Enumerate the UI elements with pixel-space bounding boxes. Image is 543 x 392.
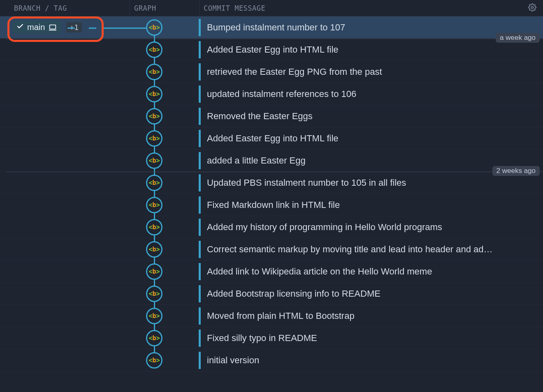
commit-list: main+1<b>Bumped instalment number to 107… [0,16,543,371]
commit-message-text: Removed the Easter Eggs [207,111,313,122]
commit-message-cell: updated instalment references to 106 [199,85,543,103]
commit-message-cell: Added my history of programming in Hello… [199,219,543,236]
commit-message-cell: Updated PBS instalment number to 105 in … [199,174,543,191]
time-divider-label: 2 weeks ago [492,166,540,176]
commit-node-icon: <b> [146,86,162,102]
commit-node-icon: <b> [146,263,162,280]
commit-node-icon: <b> [146,108,162,125]
commit-row[interactable]: <b>Added link to Wikipedia article on th… [0,261,543,283]
commit-node-icon: <b> [146,130,162,147]
column-header-row: BRANCH / TAG GRAPH COMMIT MESSAGE [0,0,543,16]
commit-message-cell: Fixed Markdown link in HTML file [199,196,543,214]
commit-row[interactable]: <b>added a little Easter Egg [0,150,543,172]
commit-message-text: Correct semantic markup by moving title … [207,244,493,255]
commit-node-icon: <b> [146,219,162,235]
commit-accent-bar [199,85,201,103]
graph-cell: <b> [130,194,199,216]
commit-row[interactable]: <b>Moved from plain HTML to Bootstrap [0,305,543,327]
svg-rect-1 [50,25,56,29]
graph-cell: <b> [130,305,199,327]
commit-message-text: updated instalment references to 106 [207,89,356,99]
commit-row[interactable]: <b>updated instalment references to 106 [0,83,543,105]
commit-message-text: Fixed Markdown link in HTML file [207,200,340,210]
commit-accent-bar [199,174,201,191]
commit-message-text: Added link to Wikipedia article on the H… [207,266,432,277]
commit-node-icon: <b> [146,330,162,346]
commit-message-cell: retrieved the Easter Egg PNG from the pa… [199,63,543,81]
commit-node-icon: <b> [146,197,162,213]
commit-row[interactable]: <b>Fixed silly typo in README [0,327,543,349]
commit-message-text: Added Bootstrap licensing info to README [207,288,381,299]
commit-row[interactable]: <b>Fixed Markdown link in HTML file [0,194,543,216]
header-branch-tag: BRANCH / TAG [0,4,130,12]
commit-node-icon: <b> [146,352,162,369]
commit-accent-bar [199,330,201,347]
header-graph: GRAPH [130,4,199,12]
commit-row[interactable]: <b>Added Easter Egg into HTML file [0,127,543,150]
commit-accent-bar [199,130,201,147]
time-divider-label: a week ago [496,33,540,43]
graph-cell: <b> [130,216,199,238]
commit-accent-bar [199,19,201,36]
commit-accent-bar [199,241,201,258]
commit-message-text: retrieved the Easter Egg PNG from the pa… [207,67,382,77]
commit-row[interactable]: <b>initial version [0,349,543,371]
commit-message-cell: Bumped instalment number to 107 [199,19,543,36]
graph-cell: <b> [130,105,199,127]
commit-accent-bar [199,63,201,81]
graph-cell: <b> [130,349,199,371]
commit-row[interactable]: <b>Removed the Easter Eggs [0,105,543,127]
graph-cell: <b> [130,150,199,172]
commit-accent-bar [199,152,201,169]
graph-cell: <b> [130,327,199,349]
header-commit-message: COMMIT MESSAGE [200,4,543,12]
commit-message-text: Bumped instalment number to 107 [207,22,345,33]
commit-row[interactable]: main+1<b>Bumped instalment number to 107 [0,16,543,39]
branch-pill-main[interactable]: main [12,21,61,34]
graph-cell: <b> [130,238,199,261]
commit-node-icon: <b> [146,241,162,258]
commit-message-text: Added Easter Egg into HTML file [207,133,339,144]
commit-row[interactable]: <b>Added Easter Egg into HTML file [0,39,543,61]
commit-row[interactable]: <b>Added my history of programming in He… [0,216,543,238]
time-divider-line [6,39,543,39]
graph-cell: <b> [130,283,199,305]
commit-message-text: initial version [207,355,259,366]
commit-message-cell: Added Bootstrap licensing info to README [199,285,543,302]
commit-message-cell: Moved from plain HTML to Bootstrap [199,307,543,325]
commit-accent-bar [199,352,201,369]
commit-message-text: Fixed silly typo in README [207,333,317,344]
commit-message-cell: Added Easter Egg into HTML file [199,41,543,58]
graph-connector [102,28,148,29]
commit-accent-bar [199,307,201,325]
commit-message-text: Moved from plain HTML to Bootstrap [207,311,355,321]
commit-row[interactable]: <b>Updated PBS instalment number to 105 … [0,172,543,194]
commit-message-cell: Added Easter Egg into HTML file [199,130,543,147]
graph-cell: <b> [130,61,199,83]
graph-connector [89,28,96,29]
commit-accent-bar [199,196,201,214]
commit-node-icon: <b> [146,19,162,36]
graph-cell: <b> [130,261,199,283]
graph-cell: <b> [130,39,199,61]
commit-accent-bar [199,263,201,280]
graph-connector [67,28,75,29]
commit-message-cell: Added link to Wikipedia article on the H… [199,263,543,280]
graph-cell: <b> [130,83,199,105]
commit-row[interactable]: <b>retrieved the Easter Egg PNG from the… [0,61,543,83]
commit-message-cell: added a little Easter Egg [199,152,543,169]
time-divider-line [6,172,543,172]
commit-row[interactable]: <b>Added Bootstrap licensing info to REA… [0,283,543,305]
laptop-icon [48,23,57,32]
check-icon [16,23,24,32]
commit-message-text: added a little Easter Egg [207,155,306,166]
commit-message-cell: Correct semantic markup by moving title … [199,241,543,258]
commit-node-icon: <b> [146,42,162,58]
commit-message-cell: Fixed silly typo in README [199,330,543,347]
commit-message-cell: initial version [199,352,543,369]
commit-node-icon: <b> [146,286,162,302]
settings-gear-icon[interactable] [528,3,537,12]
commit-accent-bar [199,285,201,302]
commit-row[interactable]: <b>Correct semantic markup by moving tit… [0,238,543,261]
commit-node-icon: <b> [146,175,162,191]
